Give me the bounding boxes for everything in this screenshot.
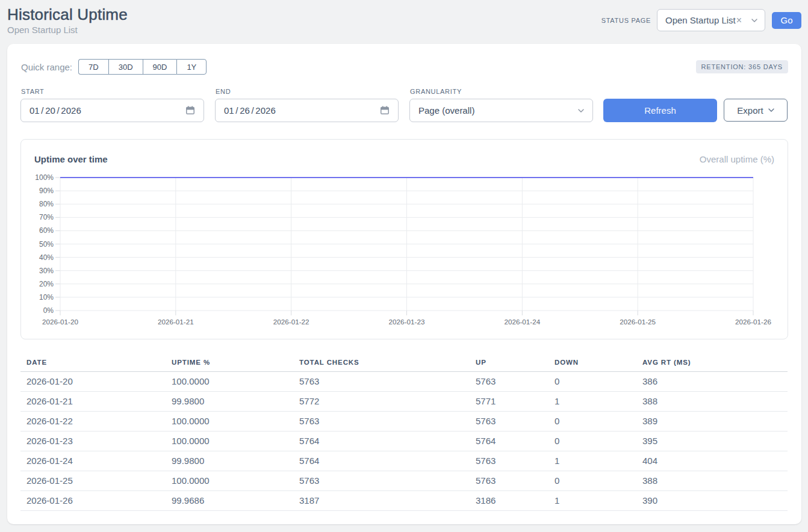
table-cell: 3186 [470, 490, 549, 510]
calendar-icon[interactable] [380, 105, 390, 116]
y-axis-tick-label: 100% [35, 173, 54, 182]
chart-title: Uptime over time [34, 154, 108, 164]
table-column-header: TOTAL CHECKS [293, 354, 470, 371]
table-cell: 0 [549, 431, 636, 451]
granularity-select[interactable]: Page (overall) [409, 99, 593, 122]
clear-icon[interactable]: × [736, 16, 742, 25]
table-row: 2026-01-23100.0000576457640395 [20, 431, 788, 451]
y-axis-tick-label: 20% [39, 280, 54, 288]
end-date-value: 01 / 26 / 2026 [224, 105, 276, 116]
table-cell: 2026-01-21 [20, 391, 166, 411]
table-cell: 388 [636, 471, 788, 490]
table-cell: 100.0000 [166, 411, 293, 431]
table-cell: 2026-01-26 [20, 490, 166, 510]
table-cell: 5763 [470, 371, 549, 391]
end-field: END 01 / 26 / 2026 [215, 88, 399, 122]
quick-range-group: 7D30D90D1Y [78, 59, 207, 75]
table-row: 2026-01-25100.0000576357630388 [20, 471, 788, 490]
table-cell: 99.9800 [166, 391, 293, 411]
table-row: 2026-01-22100.0000576357630389 [20, 411, 788, 431]
refresh-button[interactable]: Refresh [603, 99, 717, 122]
table-cell: 395 [636, 431, 788, 451]
status-page-select[interactable]: Open Startup List × [657, 9, 765, 31]
start-date-input[interactable]: 01 / 20 / 2026 [20, 99, 204, 122]
retention-badge: RETENTION: 365 DAYS [696, 60, 788, 73]
quick-range-30d-button[interactable]: 30D [108, 59, 143, 75]
table-cell: 390 [636, 490, 788, 510]
table-cell: 100.0000 [166, 431, 293, 451]
table-cell: 3187 [293, 490, 470, 510]
table-cell: 0 [549, 471, 636, 490]
quick-range-7d-button[interactable]: 7D [78, 59, 108, 75]
table-cell: 2026-01-23 [20, 431, 166, 451]
table-cell: 5763 [470, 411, 549, 431]
chevron-down-icon [578, 109, 584, 113]
y-axis-tick-label: 30% [39, 267, 54, 275]
table-row: 2026-01-2199.9800577257711388 [20, 391, 788, 411]
table-column-header: UP [470, 354, 549, 371]
export-button[interactable]: Export [724, 99, 788, 122]
x-axis-tick-label: 2026-01-25 [620, 318, 656, 326]
table-cell: 0 [549, 371, 636, 391]
table-cell: 386 [636, 371, 788, 391]
go-button[interactable]: Go [772, 12, 801, 29]
table-cell: 2026-01-22 [20, 411, 166, 431]
y-axis-tick-label: 40% [39, 253, 54, 262]
x-axis-tick-label: 2026-01-26 [735, 318, 771, 326]
uptime-chart-card: Uptime over time Overall uptime (%) 0%10… [20, 139, 788, 339]
filters-row: START 01 / 20 / 2026 END 01 / 26 / 2026 … [20, 88, 788, 122]
quick-range-90d-button[interactable]: 90D [143, 59, 177, 75]
table-cell: 0 [549, 411, 636, 431]
table-cell: 5771 [470, 391, 549, 411]
quick-range-1y-button[interactable]: 1Y [176, 59, 207, 75]
header-controls: STATUS PAGE Open Startup List × Go [601, 9, 801, 31]
table-cell: 2026-01-24 [20, 451, 166, 471]
calendar-icon[interactable] [185, 105, 195, 116]
status-page-label: STATUS PAGE [601, 17, 651, 24]
chart-series-label: Overall uptime (%) [700, 154, 774, 164]
chevron-down-icon [751, 19, 757, 22]
header-titles: Historical Uptime Open Startup List [7, 5, 128, 35]
table-cell: 5763 [293, 371, 470, 391]
table-cell: 5763 [293, 471, 470, 490]
table-cell: 5772 [293, 391, 470, 411]
x-axis-tick-label: 2026-01-20 [42, 318, 78, 326]
table-cell: 5764 [293, 451, 470, 471]
quick-range-row: Quick range: 7D30D90D1Y RETENTION: 365 D… [20, 59, 788, 75]
y-axis-tick-label: 80% [39, 200, 54, 208]
table-cell: 99.9800 [166, 451, 293, 471]
start-label: START [21, 88, 204, 95]
table-cell: 2026-01-25 [20, 471, 166, 490]
y-axis-tick-label: 50% [39, 240, 54, 249]
table-cell: 1 [549, 490, 636, 510]
table-header-row: DATEUPTIME %TOTAL CHECKSUPDOWNAVG RT (MS… [20, 354, 788, 371]
uptime-line-chart[interactable]: 0%10%20%30%40%50%60%70%80%90%100%2026-01… [34, 165, 774, 327]
table-cell: 2026-01-20 [20, 371, 166, 391]
y-axis-tick-label: 0% [43, 306, 54, 315]
table-cell: 389 [636, 411, 788, 431]
table-cell: 1 [549, 451, 636, 471]
y-axis-tick-label: 60% [39, 226, 54, 235]
table-row: 2026-01-20100.0000576357630386 [20, 371, 788, 391]
table-cell: 5763 [470, 471, 549, 490]
table-cell: 5764 [293, 431, 470, 451]
chevron-down-icon [768, 108, 774, 112]
x-axis-tick-label: 2026-01-21 [158, 318, 194, 326]
table-row: 2026-01-2499.9800576457631404 [20, 451, 788, 471]
granularity-value: Page (overall) [418, 105, 474, 116]
table-cell: 99.9686 [166, 490, 293, 510]
page: Historical Uptime Open Startup List STAT… [0, 0, 808, 524]
x-axis-tick-label: 2026-01-22 [273, 318, 309, 326]
table-cell: 388 [636, 391, 788, 411]
table-column-header: AVG RT (MS) [636, 354, 788, 371]
table-column-header: DOWN [549, 354, 636, 371]
table-cell: 5763 [293, 411, 470, 431]
y-axis-tick-label: 90% [39, 187, 54, 195]
table-cell: 1 [549, 391, 636, 411]
end-date-input[interactable]: 01 / 26 / 2026 [215, 99, 399, 122]
y-axis-tick-label: 70% [39, 213, 54, 221]
quick-range-label: Quick range: [21, 62, 72, 72]
page-title: Historical Uptime [7, 5, 128, 23]
table-cell: 404 [636, 451, 788, 471]
table-cell: 100.0000 [166, 371, 293, 391]
